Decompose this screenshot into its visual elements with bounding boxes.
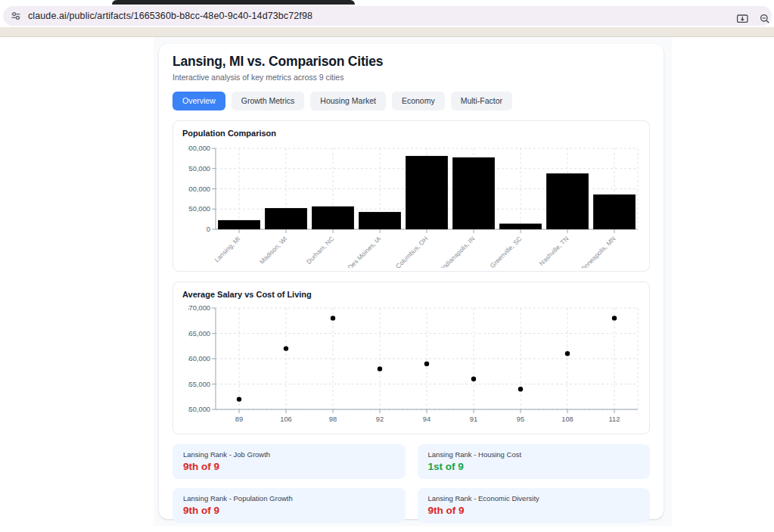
svg-text:94: 94 [423,415,431,423]
svg-text:89: 89 [235,415,243,423]
svg-text:Lansing, MI: Lansing, MI [213,235,241,263]
svg-text:$60,000: $60,000 [185,355,210,362]
rank-label: Lansing Rank - Population Growth [183,494,395,502]
svg-text:250,000: 250,000 [185,205,210,213]
tab-bar: OverviewGrowth MetricsHousing MarketEcon… [173,92,650,110]
svg-text:108: 108 [561,415,574,423]
rank-value: 9th of 9 [183,461,395,472]
tab-overview[interactable]: Overview [173,92,225,110]
svg-text:Durham, NC: Durham, NC [305,235,335,265]
rank-card: Lansing Rank - Housing Cost1st of 9 [418,444,651,479]
svg-text:Greenville, SC: Greenville, SC [489,235,524,268]
tab-economy[interactable]: Economy [392,92,445,110]
svg-text:Indianapolis, IN: Indianapolis, IN [440,235,477,268]
rank-value: 9th of 9 [428,505,640,516]
svg-text:Des Moines, IA: Des Moines, IA [347,235,383,268]
svg-text:$50,000: $50,000 [185,406,210,413]
url-text[interactable]: claude.ai/public/artifacts/1665360b-b8cc… [28,11,312,21]
svg-text:$65,000: $65,000 [185,329,210,337]
tab-multi-factor[interactable]: Multi-Factor [451,92,512,110]
url-bar[interactable]: claude.ai/public/artifacts/1665360b-b8cc… [3,6,772,26]
install-app-icon[interactable] [736,14,749,25]
svg-text:500,000: 500,000 [185,185,210,192]
svg-text:Nashville, TN: Nashville, TN [538,235,570,267]
population-chart-title: Population Comparison [182,129,640,138]
zoom-icon[interactable] [760,14,770,24]
svg-text:$70,000: $70,000 [185,304,210,312]
rank-label: Lansing Rank - Housing Cost [428,450,640,459]
rank-stats-grid: Lansing Rank - Job Growth9th of 9Lansing… [173,444,650,523]
browser-tab[interactable] [112,0,355,5]
page-subtitle: Interactive analysis of key metrics acro… [173,73,650,82]
tab-growth-metrics[interactable]: Growth Metrics [232,92,305,110]
svg-text:112: 112 [609,415,620,423]
svg-text:Minneapolis, MN: Minneapolis, MN [578,235,617,268]
dashboard-card: Lansing, MI vs. Comparison Cities Intera… [159,44,664,519]
salary-chart-title: Average Salary vs Cost of Living [182,290,640,299]
svg-text:Columbus, OH: Columbus, OH [394,235,429,268]
artifact-frame: Lansing, MI vs. Comparison Cities Intera… [154,37,672,526]
rank-value: 1st of 9 [428,461,640,472]
rank-card: Lansing Rank - Economic Diversity9th of … [418,488,651,523]
svg-text:95: 95 [517,415,524,423]
svg-text:92: 92 [376,415,384,423]
rank-label: Lansing Rank - Job Growth [183,450,395,459]
browser-chrome: claude.ai/public/artifacts/1665360b-b8cc… [0,0,774,27]
url-bar-actions [736,9,772,26]
svg-text:98: 98 [329,415,337,423]
svg-text:Madison, WI: Madison, WI [258,235,288,265]
population-chart-panel: Population Comparison 0250,000500,000750… [173,120,650,272]
rank-card: Lansing Rank - Population Growth9th of 9 [173,488,406,523]
bookmarks-bar [0,27,774,37]
tab-housing-market[interactable]: Housing Market [310,92,386,110]
population-bar-chart[interactable]: 0250,000500,000750,0001,000,000Lansing, … [182,141,642,268]
rank-value: 9th of 9 [183,505,395,516]
site-settings-icon[interactable] [11,11,21,21]
page-title: Lansing, MI vs. Comparison Cities [173,54,650,70]
svg-text:0: 0 [207,226,210,233]
svg-text:$55,000: $55,000 [185,380,210,387]
salary-scatter-chart[interactable]: $50,000$55,000$60,000$65,000$70,00089106… [182,302,642,431]
svg-text:106: 106 [280,415,292,423]
rank-card: Lansing Rank - Job Growth9th of 9 [173,444,406,479]
salary-chart-panel: Average Salary vs Cost of Living $50,000… [173,282,650,434]
svg-text:750,000: 750,000 [185,164,210,172]
rank-label: Lansing Rank - Economic Diversity [428,494,640,502]
svg-text:1,000,000: 1,000,000 [182,145,210,152]
page-content: Lansing, MI vs. Comparison Cities Intera… [0,37,774,532]
svg-text:91: 91 [470,415,477,423]
